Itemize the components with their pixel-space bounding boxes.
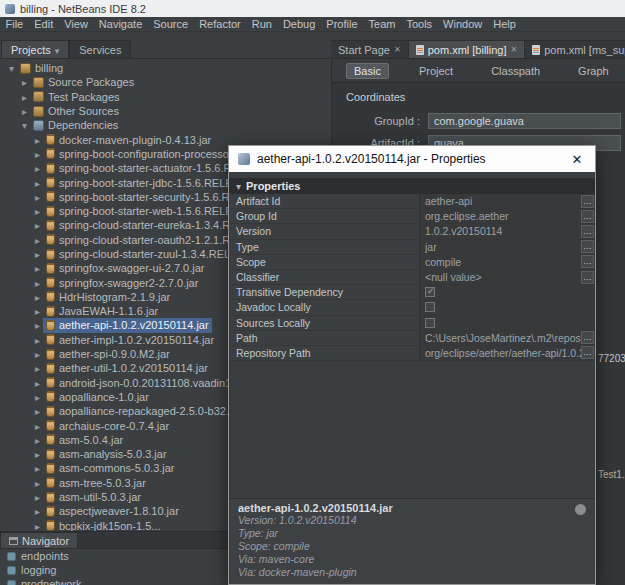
expand-chevron-icon[interactable] <box>32 348 43 360</box>
ellipsis-button[interactable] <box>581 255 594 268</box>
expand-chevron-icon[interactable] <box>32 334 43 346</box>
expand-chevron-icon[interactable] <box>32 420 43 432</box>
expand-chevron-icon[interactable] <box>32 362 43 374</box>
tree-node-content[interactable]: aether-api-1.0.2.v20150114.jar <box>43 318 212 332</box>
property-value-cell[interactable]: compile <box>419 255 595 269</box>
dialog-titlebar[interactable]: aether-api-1.0.2.v20150114.jar - Propert… <box>229 146 595 172</box>
ellipsis-button[interactable] <box>581 240 594 253</box>
tree-node-content[interactable]: asm-analysis-5.0.3.jar <box>43 447 170 461</box>
menu-item[interactable]: Tools <box>401 18 438 30</box>
expand-chevron-icon[interactable] <box>32 234 43 246</box>
tree-node-content[interactable]: JavaEWAH-1.1.6.jar <box>43 304 161 318</box>
property-value-cell[interactable]: org/eclipse/aether/aether-api/1.0.2.v... <box>419 346 595 360</box>
menu-item[interactable]: File <box>0 18 29 30</box>
expand-chevron-icon[interactable] <box>32 462 43 474</box>
tree-node-content[interactable]: Source Packages <box>30 75 137 89</box>
expand-chevron-icon[interactable] <box>32 491 43 503</box>
dialog-close-icon[interactable] <box>568 152 586 167</box>
checkbox[interactable] <box>425 287 435 297</box>
expand-chevron-icon[interactable] <box>32 477 43 489</box>
tree-node-content[interactable]: asm-5.0.4.jar <box>43 433 126 447</box>
expand-chevron-icon[interactable] <box>32 291 43 303</box>
property-value-cell[interactable]: jar <box>419 240 595 254</box>
tree-node-content[interactable]: aether-impl-1.0.2.v20150114.jar <box>43 333 217 347</box>
tree-node[interactable]: Source Packages <box>0 75 330 89</box>
expand-chevron-icon[interactable] <box>32 405 43 417</box>
expand-chevron-icon[interactable] <box>19 119 30 131</box>
tree-node-content[interactable]: asm-util-5.0.3.jar <box>43 490 144 504</box>
menu-item[interactable]: Team <box>363 18 401 30</box>
expand-chevron-icon[interactable] <box>32 205 43 217</box>
expand-chevron-icon[interactable] <box>32 219 43 231</box>
tree-node[interactable]: billing <box>0 61 330 75</box>
property-value-cell[interactable]: C:\Users\JoseMartinez\.m2\repositor... <box>419 331 595 345</box>
editor-tab[interactable]: pom.xml [billing] <box>409 40 526 58</box>
expand-chevron-icon[interactable] <box>32 191 43 203</box>
tree-node-content[interactable]: Other Sources <box>30 104 122 118</box>
tree-node-content[interactable]: springfox-swagger-ui-2.7.0.jar <box>43 261 208 275</box>
menu-item[interactable]: Navigate <box>93 18 147 30</box>
tree-node-content[interactable]: aopalliance-1.0.jar <box>43 390 152 404</box>
text-field[interactable]: com.google.guava <box>428 113 621 129</box>
tree-node-content[interactable]: bcpkix-jdk15on-1.5... <box>43 519 164 533</box>
property-value-cell[interactable]: aether-api <box>419 194 595 208</box>
tree-node-content[interactable]: Test Packages <box>30 90 123 104</box>
expand-chevron-icon[interactable] <box>19 91 30 103</box>
tab-close-icon[interactable] <box>394 45 401 54</box>
tree-node-content[interactable]: asm-tree-5.0.3.jar <box>43 476 149 490</box>
expand-chevron-icon[interactable] <box>32 305 43 317</box>
expand-chevron-icon[interactable] <box>32 262 43 274</box>
ellipsis-button[interactable] <box>581 225 594 238</box>
tree-node-content[interactable]: docker-maven-plugin-0.4.13.jar <box>43 132 214 146</box>
tree-node-content[interactable]: android-json-0.0.20131108.vaadin1.jar <box>43 376 250 390</box>
expand-chevron-icon[interactable] <box>19 105 30 117</box>
editor-tab[interactable]: Start Page <box>331 40 409 58</box>
tree-node[interactable]: Test Packages <box>0 90 330 104</box>
property-value-cell[interactable] <box>419 285 595 299</box>
property-value-cell[interactable]: org.eclipse.aether <box>419 209 595 223</box>
tree-node-content[interactable]: Dependencies <box>30 118 121 132</box>
expand-chevron-icon[interactable] <box>32 520 43 532</box>
property-value-cell[interactable] <box>419 300 595 314</box>
tab-projects[interactable]: Projects <box>1 40 69 58</box>
expand-chevron-icon[interactable] <box>32 391 43 403</box>
expand-chevron-icon[interactable] <box>6 62 17 74</box>
tree-node-content[interactable]: asm-commons-5.0.3.jar <box>43 461 178 475</box>
tab-close-icon[interactable] <box>511 45 518 54</box>
tree-node-content[interactable]: billing <box>17 61 66 75</box>
editor-tab[interactable]: pom.xml [ms_super_po <box>525 40 625 58</box>
menu-item[interactable]: Run <box>246 18 277 30</box>
tab-services[interactable]: Services <box>69 40 131 58</box>
tree-node-content[interactable]: aether-util-1.0.2.v20150114.jar <box>43 361 211 375</box>
ellipsis-button[interactable] <box>581 331 594 344</box>
tree-node-content[interactable]: HdrHistogram-2.1.9.jar <box>43 290 173 304</box>
expand-chevron-icon[interactable] <box>32 448 43 460</box>
expand-chevron-icon[interactable] <box>19 76 30 88</box>
expand-chevron-icon[interactable] <box>32 377 43 389</box>
tree-node-content[interactable]: aether-spi-0.9.0.M2.jar <box>43 347 173 361</box>
expand-chevron-icon[interactable] <box>32 148 43 160</box>
checkbox[interactable] <box>425 318 435 328</box>
pom-view-button[interactable]: Project <box>411 63 461 79</box>
ellipsis-button[interactable] <box>581 195 594 208</box>
tree-node-content[interactable]: springfox-swagger2-2.7.0.jar <box>43 275 201 289</box>
properties-section-header[interactable]: Properties <box>229 178 595 194</box>
expand-chevron-icon[interactable] <box>32 434 43 446</box>
menu-item[interactable]: Debug <box>277 18 320 30</box>
tree-node[interactable]: Other Sources <box>0 104 330 118</box>
ellipsis-button[interactable] <box>581 346 594 359</box>
expand-chevron-icon[interactable] <box>32 248 43 260</box>
expand-chevron-icon[interactable] <box>32 177 43 189</box>
tree-node-content[interactable]: aopalliance-repackaged-2.5.0-b32.jar <box>43 404 244 418</box>
menu-item[interactable]: Help <box>488 18 522 30</box>
pom-view-button[interactable]: Basic <box>346 63 389 79</box>
expand-chevron-icon[interactable] <box>32 319 43 331</box>
pom-view-button[interactable]: Classpath <box>483 63 548 79</box>
window-titlebar[interactable]: billing - NetBeans IDE 8.2 <box>0 0 625 17</box>
tree-node[interactable]: Dependencies <box>0 118 330 132</box>
expand-chevron-icon[interactable] <box>32 134 43 146</box>
property-value-cell[interactable]: 1.0.2.v20150114 <box>419 224 595 238</box>
checkbox[interactable] <box>425 302 435 312</box>
property-value-cell[interactable]: <null value> <box>419 270 595 284</box>
menu-item[interactable]: Profile <box>321 18 363 30</box>
